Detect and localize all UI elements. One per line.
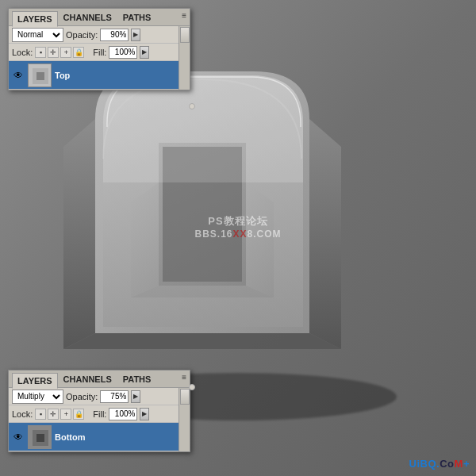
top-opacity-arrow[interactable]: ▶: [131, 29, 140, 41]
bottom-opacity-arrow[interactable]: ▶: [131, 390, 140, 403]
top-layers-panel: LAYERS CHANNELS PATHS ≡ Normal Dissolve …: [8, 8, 190, 90]
top-lock-all[interactable]: +: [60, 47, 71, 58]
top-panel-tabs: LAYERS CHANNELS PATHS ≡: [9, 9, 190, 26]
top-blend-row: Normal Dissolve Multiply Opacity: ▶: [9, 26, 190, 44]
top-fill-arrow[interactable]: ▶: [140, 46, 149, 59]
bottom-layer-eye[interactable]: 👁: [12, 431, 25, 443]
bottom-lock-icons: ▪ ✛ + 🔒: [35, 409, 84, 420]
top-layer-row-top[interactable]: 👁 Top: [9, 61, 190, 90]
top-tab-layers[interactable]: LAYERS: [12, 11, 58, 27]
top-layer-eye[interactable]: 👁: [12, 69, 25, 82]
bottom-fill-input[interactable]: [109, 408, 137, 420]
bottom-panel-tabs: LAYERS CHANNELS PATHS ≡: [9, 370, 190, 388]
top-lock-icons: ▪ ✛ + 🔒: [35, 47, 84, 58]
top-lock-label: Lock:: [12, 48, 33, 57]
bottom-blend-mode-select[interactable]: Multiply Normal Screen: [12, 390, 63, 404]
top-blend-mode-select[interactable]: Normal Dissolve Multiply: [12, 28, 63, 42]
top-lock-pos[interactable]: 🔒: [73, 47, 84, 58]
top-opacity-label: Opacity:: [66, 30, 98, 40]
corner-logo: UiBQ.CoM+: [409, 458, 470, 470]
top-fill-label: Fill:: [93, 48, 106, 57]
bottom-scroll-thumb[interactable]: [180, 389, 190, 405]
top-tab-paths[interactable]: PATHS: [117, 10, 157, 25]
svg-rect-6: [36, 434, 44, 442]
bottom-lock-all[interactable]: +: [60, 409, 71, 420]
bottom-layers-panel: LAYERS CHANNELS PATHS ≡ Multiply Normal …: [8, 370, 190, 452]
top-layer-name: Top: [55, 71, 70, 80]
svg-rect-3: [36, 72, 44, 80]
top-lock-row: Lock: ▪ ✛ + 🔒 Fill: ▶: [9, 44, 190, 61]
bottom-layer-name: Bottom: [55, 432, 86, 442]
top-layer-thumbnail: [28, 63, 52, 87]
bottom-tab-paths[interactable]: PATHS: [117, 371, 157, 387]
top-tab-channels[interactable]: CHANNELS: [58, 10, 117, 25]
bottom-tab-layers[interactable]: LAYERS: [12, 373, 58, 389]
bottom-fill-arrow[interactable]: ▶: [140, 408, 149, 420]
bottom-lock-row: Lock: ▪ ✛ + 🔒 Fill: ▶: [9, 405, 190, 423]
top-panel-menu-icon[interactable]: ≡: [182, 11, 186, 20]
bottom-opacity-label: Opacity:: [66, 392, 98, 401]
bottom-tab-channels[interactable]: CHANNELS: [58, 371, 117, 387]
bottom-opacity-input[interactable]: [100, 390, 129, 403]
bottom-lock-move[interactable]: ✛: [48, 409, 59, 420]
top-opacity-input[interactable]: [100, 29, 129, 41]
bottom-lock-label: Lock:: [12, 409, 33, 419]
top-panel-scrollbar[interactable]: [178, 26, 190, 90]
bottom-layer-thumbnail: [28, 425, 52, 449]
bottom-panel-menu-icon[interactable]: ≡: [182, 373, 186, 382]
bottom-panel-scrollbar[interactable]: [178, 388, 190, 451]
top-fill-input[interactable]: [109, 46, 137, 59]
top-lock-move[interactable]: ✛: [48, 47, 59, 58]
bottom-blend-row: Multiply Normal Screen Opacity: ▶: [9, 388, 190, 405]
top-panel-connector: [189, 103, 195, 109]
bottom-panel-connector: [189, 384, 195, 390]
bottom-lock-pos[interactable]: 🔒: [73, 409, 84, 420]
bottom-layer-row-bottom[interactable]: 👁 Bottom: [9, 423, 190, 451]
bottom-fill-label: Fill:: [93, 409, 106, 419]
top-scroll-thumb[interactable]: [180, 27, 190, 43]
bottom-lock-pixels[interactable]: ▪: [35, 409, 46, 420]
top-lock-pixels[interactable]: ▪: [35, 47, 46, 58]
